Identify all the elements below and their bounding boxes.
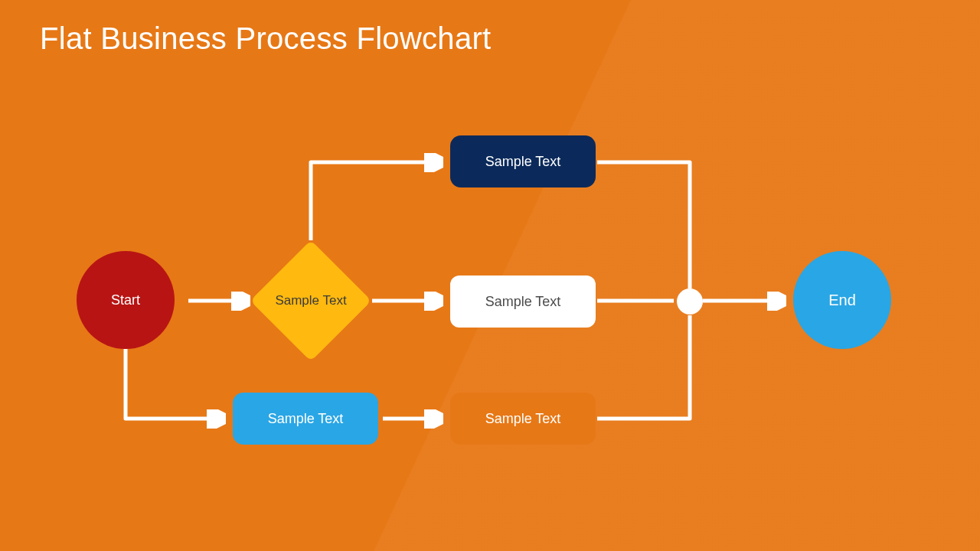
node-decision: Sample Text xyxy=(251,241,371,360)
node-process-sky-label: Sample Text xyxy=(268,411,344,427)
node-process-bottom-label: Sample Text xyxy=(485,411,561,427)
node-end-label: End xyxy=(828,292,856,309)
node-merge xyxy=(677,289,703,315)
node-process-top-label: Sample Text xyxy=(485,154,561,170)
node-process-mid: Sample Text xyxy=(450,276,596,328)
node-process-bottom: Sample Text xyxy=(450,393,596,445)
node-decision-label: Sample Text xyxy=(251,241,371,360)
node-start: Start xyxy=(77,251,175,349)
page-title: Flat Business Process Flowchart xyxy=(40,21,492,56)
node-process-sky: Sample Text xyxy=(233,393,378,445)
node-start-label: Start xyxy=(111,292,140,308)
node-process-mid-label: Sample Text xyxy=(485,294,561,310)
node-end: End xyxy=(793,251,891,349)
node-process-top: Sample Text xyxy=(450,135,596,187)
